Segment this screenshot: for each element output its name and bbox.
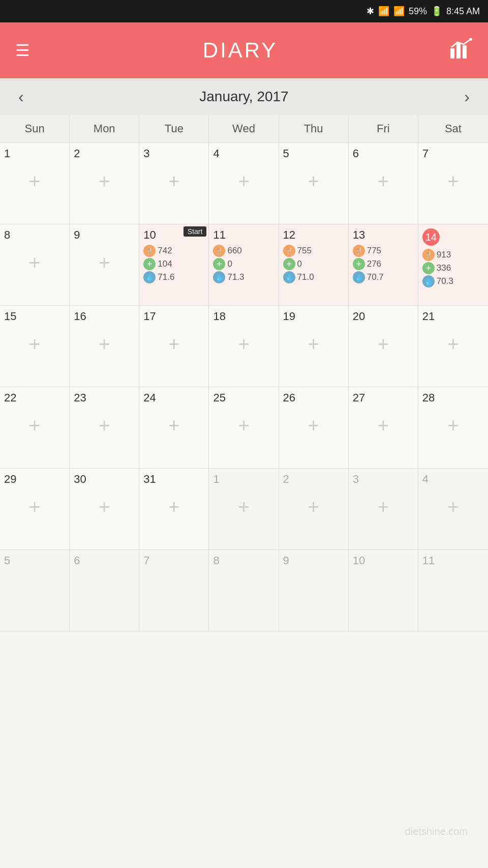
battery-icon: 🔋 bbox=[431, 6, 442, 17]
exercise-icon: + bbox=[422, 262, 435, 274]
calendar-cell[interactable]: 21+ bbox=[418, 306, 488, 387]
calendar-cell[interactable]: 8 bbox=[209, 550, 279, 631]
food-stat-row: 🍴775 bbox=[353, 245, 414, 257]
add-entry-button[interactable]: + bbox=[213, 170, 274, 192]
add-entry-button[interactable]: + bbox=[283, 333, 344, 355]
add-entry-button[interactable]: + bbox=[353, 415, 414, 437]
calendar-cell[interactable]: 29+ bbox=[0, 469, 70, 550]
add-entry-button[interactable]: + bbox=[4, 415, 65, 437]
calendar-cell[interactable]: 5 bbox=[0, 550, 70, 631]
calendar-cell[interactable]: 18+ bbox=[209, 306, 279, 387]
add-entry-button[interactable]: + bbox=[422, 333, 484, 355]
calendar-cell[interactable]: 7+ bbox=[418, 143, 488, 224]
calendar-cell[interactable]: 6 bbox=[70, 550, 139, 631]
calendar-cell[interactable]: 30+ bbox=[70, 469, 139, 550]
calendar-cell[interactable]: 3+ bbox=[349, 469, 418, 550]
calendar-cell[interactable]: 12🍴755+0💧71.0 bbox=[279, 224, 349, 306]
add-entry-button[interactable]: + bbox=[143, 496, 204, 518]
menu-icon[interactable]: ☰ bbox=[15, 41, 30, 60]
calendar-cell[interactable]: 6+ bbox=[349, 143, 418, 224]
weight-stat-row: 💧71.0 bbox=[283, 271, 344, 283]
add-entry-button[interactable]: + bbox=[74, 415, 135, 437]
calendar-cell[interactable]: 13🍴775+276💧70.7 bbox=[349, 224, 418, 306]
calendar-cell[interactable]: 27+ bbox=[349, 387, 418, 469]
add-entry-button[interactable]: + bbox=[74, 496, 135, 518]
cell-date: 23 bbox=[74, 391, 135, 404]
day-headers: Sun Mon Tue Wed Thu Fri Sat bbox=[0, 115, 488, 143]
weight-value: 71.3 bbox=[227, 272, 244, 282]
add-entry-button[interactable]: + bbox=[74, 170, 135, 192]
cell-date: 28 bbox=[422, 391, 484, 404]
add-entry-button[interactable]: + bbox=[4, 170, 65, 192]
cell-stats: 🍴660+0💧71.3 bbox=[213, 245, 274, 283]
exercise-icon: + bbox=[213, 258, 225, 270]
chart-icon[interactable] bbox=[450, 38, 473, 63]
add-entry-button[interactable]: + bbox=[143, 170, 204, 192]
add-entry-button[interactable]: + bbox=[283, 170, 344, 192]
calendar-cell[interactable]: 19+ bbox=[279, 306, 349, 387]
add-entry-button[interactable]: + bbox=[283, 496, 344, 518]
food-icon: 🍴 bbox=[143, 245, 156, 257]
add-entry-button[interactable]: + bbox=[422, 170, 484, 192]
calendar-cell[interactable]: 24+ bbox=[139, 387, 209, 469]
calendar-cell[interactable]: 16+ bbox=[70, 306, 139, 387]
calendar-cell[interactable]: 5+ bbox=[279, 143, 349, 224]
add-entry-button[interactable]: + bbox=[422, 496, 484, 518]
add-entry-button[interactable]: + bbox=[353, 496, 414, 518]
calendar-cell[interactable]: Start10🍴742+104💧71.6 bbox=[139, 224, 209, 306]
calendar-cell[interactable]: 2+ bbox=[279, 469, 349, 550]
add-entry-button[interactable]: + bbox=[283, 415, 344, 437]
calendar-cell[interactable]: 4+ bbox=[418, 469, 488, 550]
add-entry-button[interactable]: + bbox=[213, 415, 274, 437]
calendar-cell[interactable]: 2+ bbox=[70, 143, 139, 224]
cell-date: 8 bbox=[213, 554, 274, 567]
add-entry-button[interactable]: + bbox=[422, 415, 484, 437]
cell-date: 12 bbox=[283, 228, 344, 242]
weight-value: 71.6 bbox=[158, 272, 174, 282]
calendar-cell[interactable]: 9+ bbox=[70, 224, 139, 306]
next-month-button[interactable]: › bbox=[456, 83, 478, 110]
calendar-cell[interactable]: 11 bbox=[418, 550, 488, 631]
weight-icon: 💧 bbox=[283, 271, 295, 283]
calendar-cell[interactable]: 14🍴913+336💧70.3 bbox=[418, 224, 488, 306]
add-entry-button[interactable]: + bbox=[74, 252, 135, 274]
calendar-cell[interactable]: 17+ bbox=[139, 306, 209, 387]
calendar-grid: 1+2+3+4+5+6+7+8+9+Start10🍴742+104💧71.611… bbox=[0, 143, 488, 631]
calendar-cell[interactable]: 9 bbox=[279, 550, 349, 631]
add-entry-button[interactable]: + bbox=[143, 415, 204, 437]
calendar-cell[interactable]: 8+ bbox=[0, 224, 70, 306]
add-entry-button[interactable]: + bbox=[4, 496, 65, 518]
calendar-cell[interactable]: 1+ bbox=[0, 143, 70, 224]
calendar-cell[interactable]: 25+ bbox=[209, 387, 279, 469]
add-entry-button[interactable]: + bbox=[143, 333, 204, 355]
cell-date: 22 bbox=[4, 391, 65, 404]
calendar-cell[interactable]: 3+ bbox=[139, 143, 209, 224]
cell-date: 16 bbox=[74, 310, 135, 323]
status-bar: ✱ 📶 📶 59% 🔋 8:45 AM bbox=[0, 0, 488, 22]
calendar-cell[interactable]: 11🍴660+0💧71.3 bbox=[209, 224, 279, 306]
calendar-cell[interactable]: 1+ bbox=[209, 469, 279, 550]
calendar-cell[interactable]: 4+ bbox=[209, 143, 279, 224]
add-entry-button[interactable]: + bbox=[213, 496, 274, 518]
add-entry-button[interactable]: + bbox=[353, 333, 414, 355]
add-entry-button[interactable]: + bbox=[213, 333, 274, 355]
weight-icon: 💧 bbox=[422, 275, 435, 287]
exercise-stat-row: +104 bbox=[143, 258, 204, 270]
calendar-cell[interactable]: 26+ bbox=[279, 387, 349, 469]
add-entry-button[interactable]: + bbox=[353, 170, 414, 192]
cell-date: 29 bbox=[4, 473, 65, 486]
add-entry-button[interactable]: + bbox=[74, 333, 135, 355]
calendar-cell[interactable]: 22+ bbox=[0, 387, 70, 469]
prev-month-button[interactable]: ‹ bbox=[10, 83, 32, 110]
calendar-cell[interactable]: 7 bbox=[139, 550, 209, 631]
add-entry-button[interactable]: + bbox=[4, 252, 65, 274]
calendar-cell[interactable]: 15+ bbox=[0, 306, 70, 387]
calendar-cell[interactable]: 31+ bbox=[139, 469, 209, 550]
cell-date: 14 bbox=[422, 228, 440, 246]
calendar-cell[interactable]: 23+ bbox=[70, 387, 139, 469]
add-entry-button[interactable]: + bbox=[4, 333, 65, 355]
exercise-icon: + bbox=[283, 258, 295, 270]
calendar-cell[interactable]: 28+ bbox=[418, 387, 488, 469]
calendar-cell[interactable]: 20+ bbox=[349, 306, 418, 387]
calendar-cell[interactable]: 10 bbox=[349, 550, 418, 631]
